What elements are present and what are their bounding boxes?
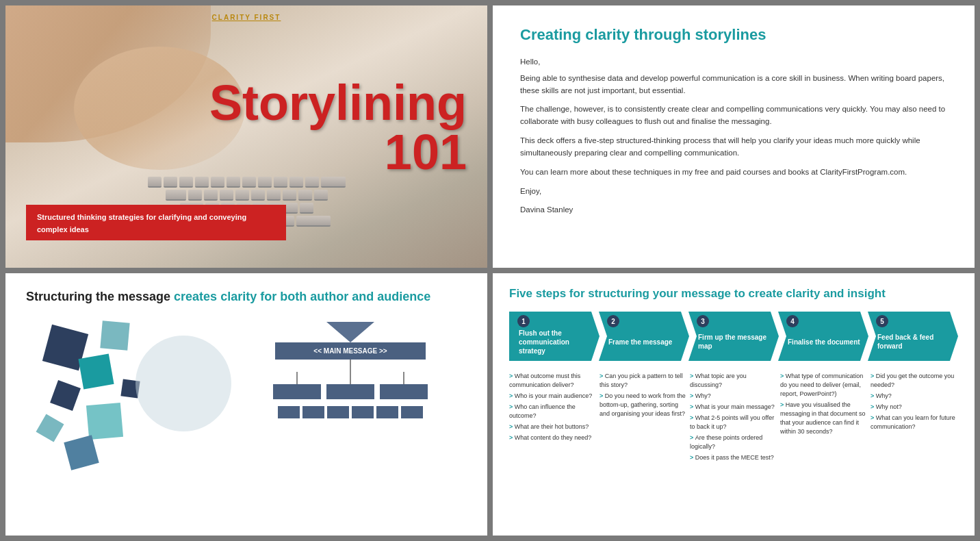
step-1-num: 1 — [517, 315, 530, 327]
steps-row: 1 Flush out the communication strategy 2… — [509, 312, 958, 361]
slide-title: CLARITY FIRST Storylining 101 Structured… — [5, 5, 487, 268]
step-2-label: Frame the message — [608, 338, 682, 347]
bullets-list-2: Can you pick a pattern to tell this stor… — [599, 372, 687, 418]
bullets-col-3: What topic are you discussing? Why? What… — [690, 372, 777, 464]
bullet-5-3: Why not? — [871, 403, 958, 412]
bullet-3-6: Does it pass the MECE test? — [690, 453, 777, 462]
triangle-icon — [326, 322, 374, 342]
slide4-title: Five steps for structuring your message … — [509, 287, 958, 301]
line-l1 — [296, 372, 298, 384]
bullets-row: What outcome must this communication del… — [509, 372, 958, 464]
bullets-list-4: What type of communication do you need t… — [780, 372, 868, 436]
step-3-label: Firm up the message map — [698, 333, 772, 351]
slide4-title-black: Five steps for structuring your message … — [509, 287, 745, 300]
bullet-4-2: Have you visualised the messaging in tha… — [780, 401, 868, 436]
step-1-label: Flush out the communication strategy — [519, 329, 593, 355]
shape-4 — [50, 380, 81, 411]
greeting: Hello, — [520, 56, 947, 68]
author-name: Davina Stanley — [520, 204, 947, 216]
bullet-3-4: What 2-5 points will you offer to back i… — [690, 414, 777, 431]
bullet-5-2: Why? — [871, 392, 958, 401]
bullet-3-5: Are these points ordered logically? — [690, 433, 777, 451]
diagram-area: << MAIN MESSAGE >> — [26, 315, 467, 493]
clarity-first-label: CLARITY FIRST — [212, 14, 281, 21]
bullets-col-1: What outcome must this communication del… — [509, 372, 597, 464]
l3-box-3 — [327, 406, 349, 418]
subtitle-bar: Structured thinking strategies for clari… — [26, 205, 286, 240]
slide3-title-teal: creates clarity for both author and audi… — [174, 290, 430, 303]
bullet-3-3: What is your main message? — [690, 403, 777, 412]
step-2: 2 Frame the message — [599, 312, 689, 361]
para1: Being able to synthesise data and develo… — [520, 73, 947, 97]
slide2-body: Hello, Being able to synthesise data and… — [520, 56, 947, 216]
step-2-num: 2 — [607, 315, 619, 327]
bullet-1-4: What are their hot buttons? — [509, 423, 597, 431]
bullet-3-2: Why? — [690, 392, 777, 401]
level3-boxes — [248, 406, 453, 418]
bullets-list-5: Did you get the outcome you needed? Why?… — [871, 372, 958, 431]
step-4-label: Finalise the document — [788, 338, 862, 347]
shape-2 — [78, 353, 114, 389]
bullets-col-5: Did you get the outcome you needed? Why?… — [871, 372, 958, 464]
shape-6 — [36, 414, 64, 442]
bullet-5-1: Did you get the outcome you needed? — [871, 372, 958, 390]
h-connector — [261, 372, 439, 399]
step-5-num: 5 — [876, 315, 888, 327]
connector-center — [350, 372, 351, 373]
l3-box-1 — [278, 406, 300, 418]
bullet-2-1: Can you pick a pattern to tell this stor… — [599, 372, 687, 390]
l2-box-3 — [380, 384, 428, 399]
para3: This deck offers a five-step structured-… — [520, 135, 947, 160]
step-5-label: Feed back & feed forward — [877, 333, 951, 351]
level2-col3 — [380, 372, 428, 399]
l2-box-2 — [326, 384, 374, 399]
enjoy-text: Enjoy, — [520, 186, 947, 198]
shape-5 — [86, 403, 123, 440]
bullets-col-2: Can you pick a pattern to tell this stor… — [599, 372, 687, 464]
level2-col2 — [326, 372, 374, 399]
slide3-title-black: Structuring the message — [26, 290, 170, 303]
para2: The challenge, however, is to consistent… — [520, 103, 947, 128]
bullets-list-3: What topic are you discussing? Why? What… — [690, 372, 777, 462]
line-l3 — [403, 372, 404, 384]
slide-structure: Structuring the message creates clarity … — [5, 273, 487, 536]
slide3-title: Structuring the message creates clarity … — [26, 290, 467, 304]
l2-box-1 — [273, 384, 321, 399]
l3-box-6 — [401, 406, 423, 418]
triangle-container — [248, 322, 453, 342]
l3-box-2 — [302, 406, 324, 418]
subtitle-text: Structured thinking strategies for clari… — [37, 213, 246, 234]
step-1: 1 Flush out the communication strategy — [509, 312, 599, 361]
bullets-col-4: What type of communication do you need t… — [780, 372, 868, 464]
slide-five-steps: Five steps for structuring your message … — [493, 273, 975, 536]
step-4-num: 4 — [786, 315, 799, 327]
step-3-num: 3 — [697, 315, 709, 327]
main-title: Storylining 101 — [209, 77, 467, 176]
shape-7 — [64, 435, 99, 470]
bullet-1-2: Who is your main audience? — [509, 392, 597, 401]
bullet-2-2: Do you need to work from the bottom-up, … — [599, 392, 687, 418]
bullets-list-1: What outcome must this communication del… — [509, 372, 597, 442]
bullet-3-1: What topic are you discussing? — [690, 372, 777, 390]
l3-box-5 — [376, 406, 398, 418]
bullet-1-5: What content do they need? — [509, 433, 597, 442]
circle-bg — [136, 336, 231, 431]
bullet-1-1: What outcome must this communication del… — [509, 372, 597, 390]
bullet-4-1: What type of communication do you need t… — [780, 372, 868, 399]
level2-boxes — [261, 372, 439, 399]
level2-col1 — [273, 372, 321, 399]
para4: You can learn more about these technique… — [520, 166, 947, 179]
slide4-title-teal: create clarity and insight — [749, 287, 886, 300]
hierarchy-diagram: << MAIN MESSAGE >> — [248, 322, 453, 418]
l3-box-4 — [352, 406, 374, 418]
slide-intro: Creating clarity through storylines Hell… — [493, 5, 975, 268]
bullet-1-3: Who can influence the outcome? — [509, 403, 597, 420]
bullet-5-4: What can you learn for future communicat… — [871, 414, 958, 431]
slide2-title: Creating clarity through storylines — [520, 26, 947, 44]
main-message-box: << MAIN MESSAGE >> — [275, 342, 426, 360]
step-3: 3 Firm up the message map — [688, 312, 779, 361]
step-5: 5 Feed back & feed forward — [868, 312, 958, 361]
shape-3 — [100, 320, 129, 350]
vert-line-1 — [350, 360, 351, 372]
step-4: 4 Finalise the document — [778, 312, 868, 361]
